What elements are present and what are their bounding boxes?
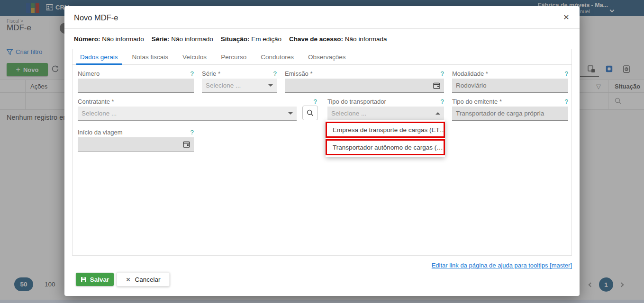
tipo-transportador-label: Tipo do transportador bbox=[327, 98, 386, 105]
tab-notas-fiscais[interactable]: Notas fiscais bbox=[132, 49, 169, 65]
cancel-button[interactable]: × Cancelar bbox=[117, 272, 170, 286]
tipo-transportador-placeholder: Selecione ... bbox=[331, 110, 366, 117]
form-container: Dados gerais Notas fiscais Veículos Perc… bbox=[72, 49, 572, 256]
contratante-placeholder: Selecione ... bbox=[82, 110, 117, 117]
contratante-search-button[interactable] bbox=[302, 106, 318, 120]
numero-help-icon[interactable]: ? bbox=[190, 70, 194, 77]
modalidade-help-icon[interactable]: ? bbox=[564, 70, 568, 77]
emissao-help-icon[interactable]: ? bbox=[440, 70, 444, 77]
field-numero: Número? bbox=[78, 70, 194, 93]
tipo-emitente-input: Transportador de carga própria bbox=[452, 107, 568, 121]
inicio-viagem-help-icon[interactable]: ? bbox=[190, 129, 194, 136]
serie-help-icon[interactable]: ? bbox=[273, 70, 277, 77]
serie-caret-down-icon bbox=[268, 84, 273, 87]
close-icon[interactable]: × bbox=[563, 12, 569, 22]
status-serie-label: Série: bbox=[152, 36, 170, 43]
edit-tooltip-help-link[interactable]: Editar link da página de ajuda para tool… bbox=[432, 262, 572, 269]
status-numero-label: Número: bbox=[74, 36, 100, 43]
cancel-label: Cancelar bbox=[135, 276, 160, 283]
emissao-input[interactable] bbox=[285, 79, 444, 93]
novo-mdfe-modal: Novo MDF-e × Número: Não informado Série… bbox=[64, 6, 580, 296]
contratante-caret-down-icon bbox=[288, 112, 293, 115]
tipo-transportador-caret-up-icon bbox=[435, 112, 440, 115]
serie-placeholder: Selecione ... bbox=[206, 82, 241, 89]
save-label: Salvar bbox=[90, 276, 109, 283]
tipo-emitente-label: Tipo do emitente * bbox=[452, 98, 502, 105]
save-button[interactable]: Salvar bbox=[76, 273, 114, 286]
serie-label: Série * bbox=[202, 70, 220, 77]
annotation-red-box: Transportador autônomo de cargas (… bbox=[326, 139, 445, 155]
status-serie-value: Não informado bbox=[171, 36, 213, 43]
modal-title: Novo MDF-e bbox=[74, 13, 118, 22]
modalidade-input: Rodoviário bbox=[452, 79, 568, 93]
cancel-x-icon: × bbox=[126, 276, 131, 284]
modal-title-divider bbox=[64, 28, 580, 29]
dropdown-option-empresa[interactable]: Empresa de transporte de cargas (ET… bbox=[327, 123, 444, 136]
tab-percurso[interactable]: Percurso bbox=[221, 49, 246, 65]
numero-input[interactable] bbox=[78, 79, 194, 93]
numero-label: Número bbox=[78, 70, 100, 77]
field-emissao: Emissão *? bbox=[285, 70, 444, 93]
field-contratante: Contratante *? Selecione ... bbox=[78, 98, 317, 121]
inicio-viagem-label: Início da viagem bbox=[78, 129, 123, 136]
document-status-line: Número: Não informado Série: Não informa… bbox=[74, 36, 387, 43]
save-floppy-icon bbox=[81, 276, 87, 283]
tipo-transportador-help-icon[interactable]: ? bbox=[440, 98, 444, 105]
emissao-label: Emissão * bbox=[285, 70, 313, 77]
tab-veiculos[interactable]: Veículos bbox=[182, 49, 207, 65]
tab-condutores[interactable]: Condutores bbox=[261, 49, 294, 65]
tipo-emitente-help-icon[interactable]: ? bbox=[564, 98, 568, 105]
calendar-icon bbox=[433, 82, 440, 89]
field-serie: Série *? Selecione ... bbox=[202, 70, 277, 93]
contratante-select[interactable]: Selecione ... bbox=[78, 107, 297, 121]
screen: CRM Fábrica de móveis - Ma... nuel Fisca… bbox=[0, 0, 644, 303]
tipo-transportador-select[interactable]: Selecione ... bbox=[327, 107, 444, 121]
dropdown-option-autonomo[interactable]: Transportador autônomo de cargas (… bbox=[327, 141, 444, 154]
field-tipo-emitente: Tipo do emitente *? Transportador de car… bbox=[452, 98, 568, 121]
tab-bar: Dados gerais Notas fiscais Veículos Perc… bbox=[73, 49, 571, 65]
field-inicio-viagem: Início da viagem? bbox=[78, 129, 194, 152]
status-chave-label: Chave de acesso: bbox=[289, 36, 343, 43]
tipo-transportador-dropdown: Empresa de transporte de cargas (ET… Tra… bbox=[326, 120, 445, 157]
field-modalidade: Modalidade *? Rodoviário bbox=[452, 70, 568, 93]
tab-dados-gerais[interactable]: Dados gerais bbox=[80, 49, 118, 65]
calendar-icon bbox=[183, 141, 190, 148]
status-chave-value: Não informada bbox=[345, 36, 387, 43]
modalidade-label: Modalidade * bbox=[452, 70, 488, 77]
contratante-help-icon[interactable]: ? bbox=[313, 98, 317, 105]
contratante-label: Contratante * bbox=[78, 98, 114, 105]
tab-observacoes[interactable]: Observações bbox=[308, 49, 346, 65]
annotation-red-box: Empresa de transporte de cargas (ET… bbox=[326, 122, 445, 138]
field-tipo-transportador: Tipo do transportador? Selecione ... bbox=[327, 98, 444, 121]
status-situacao-label: Situação: bbox=[221, 36, 250, 43]
serie-select[interactable]: Selecione ... bbox=[202, 79, 277, 93]
status-numero-value: Não informado bbox=[102, 36, 144, 43]
inicio-viagem-input[interactable] bbox=[78, 137, 194, 152]
status-situacao-value: Em edição bbox=[251, 36, 281, 43]
